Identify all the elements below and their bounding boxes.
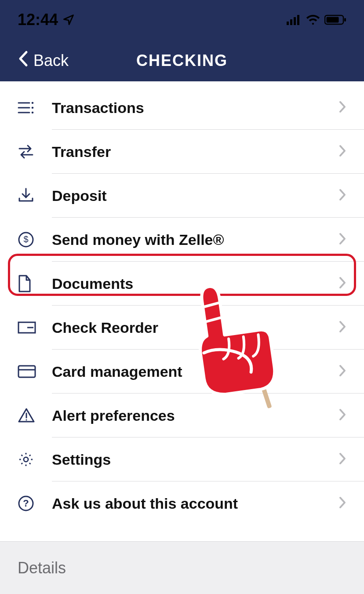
list-icon (18, 101, 52, 114)
menu-item-alert-preferences[interactable]: Alert preferences (0, 394, 364, 437)
nav-bar: Back CHECKING (0, 40, 364, 81)
menu-item-check-reorder[interactable]: Check Reorder (0, 306, 364, 350)
page-title: CHECKING (136, 51, 228, 70)
menu-item-documents[interactable]: Documents (0, 262, 364, 306)
svg-point-22 (24, 457, 28, 462)
help-icon: ? (18, 495, 52, 512)
card-icon (18, 365, 52, 378)
menu-item-settings[interactable]: Settings (0, 437, 364, 481)
back-label: Back (33, 51, 69, 70)
chevron-right-icon (339, 408, 346, 423)
menu-item-deposit[interactable]: Deposit (0, 174, 364, 218)
chevron-right-icon (339, 320, 346, 335)
document-icon (18, 275, 52, 292)
chevron-left-icon (18, 50, 28, 71)
menu-item-zelle[interactable]: $ Send money with Zelle® (0, 218, 364, 262)
wifi-icon (306, 15, 320, 25)
account-menu: Transactions Transfer Deposit (0, 81, 364, 525)
svg-rect-6 (344, 18, 346, 22)
chevron-right-icon (339, 276, 346, 291)
zelle-icon: $ (18, 231, 52, 248)
menu-item-card-management[interactable]: Card management (0, 350, 364, 394)
menu-item-transfer[interactable]: Transfer (0, 130, 364, 174)
menu-item-label: Documents (52, 275, 339, 292)
back-button[interactable]: Back (18, 50, 69, 71)
deposit-icon (18, 188, 52, 204)
settings-icon (18, 451, 52, 468)
chevron-right-icon (339, 188, 346, 203)
chevron-right-icon (339, 144, 346, 159)
chevron-right-icon (339, 452, 346, 467)
svg-rect-5 (327, 17, 339, 23)
svg-point-10 (32, 102, 34, 104)
chevron-right-icon (339, 496, 346, 511)
svg-point-12 (32, 112, 34, 114)
menu-item-label: Settings (52, 451, 339, 468)
svg-point-21 (26, 419, 27, 421)
chevron-right-icon (339, 232, 346, 247)
svg-point-11 (32, 107, 34, 109)
svg-text:?: ? (23, 498, 29, 509)
menu-item-label: Deposit (52, 187, 339, 204)
status-left: 12:44 (18, 11, 75, 29)
signal-icon (287, 15, 302, 25)
transfer-icon (18, 144, 52, 159)
svg-rect-1 (290, 19, 292, 25)
details-section[interactable]: Details (0, 541, 364, 594)
location-arrow-icon (62, 14, 75, 26)
menu-item-label: Check Reorder (52, 319, 339, 336)
menu-item-transactions[interactable]: Transactions (0, 86, 364, 130)
status-bar: 12:44 (0, 0, 364, 40)
alert-icon (18, 408, 52, 423)
svg-rect-3 (297, 15, 299, 25)
svg-text:$: $ (23, 234, 28, 244)
menu-item-ask-us[interactable]: ? Ask us about this account (0, 481, 364, 525)
details-header: Details (18, 559, 66, 577)
svg-rect-18 (18, 366, 35, 377)
menu-item-label: Alert preferences (52, 407, 339, 424)
battery-icon (324, 15, 346, 25)
check-icon (18, 321, 52, 334)
status-right (287, 15, 346, 25)
chevron-right-icon (339, 364, 346, 379)
menu-item-label: Transactions (52, 99, 339, 117)
menu-item-label: Transfer (52, 143, 339, 160)
menu-item-label: Ask us about this account (52, 495, 339, 512)
svg-rect-0 (287, 22, 289, 25)
menu-item-label: Send money with Zelle® (52, 231, 339, 248)
svg-rect-2 (294, 17, 296, 25)
chevron-right-icon (339, 100, 346, 115)
menu-item-label: Card management (52, 363, 339, 380)
status-time: 12:44 (18, 11, 58, 29)
